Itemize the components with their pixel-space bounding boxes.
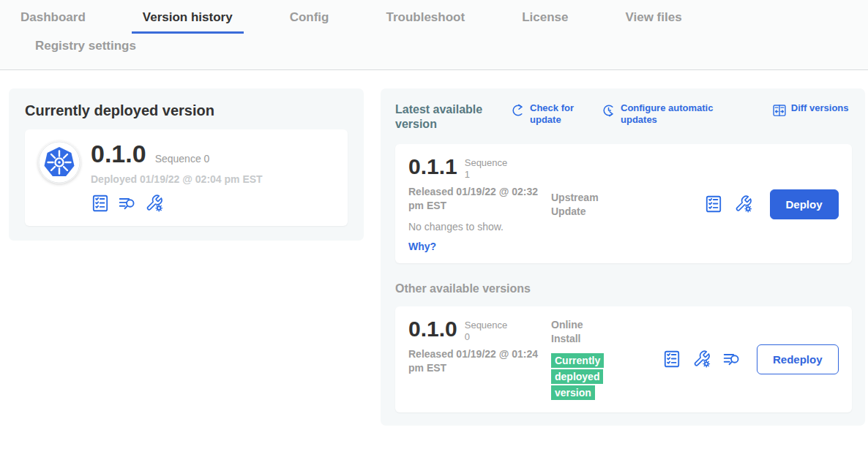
preflight-checks-icon[interactable] xyxy=(91,194,110,213)
auto-update-icon xyxy=(602,103,616,118)
latest-released-timestamp: Released 01/19/22 @ 02:32 pm EST xyxy=(408,185,539,213)
tab-registry-settings[interactable]: Registry settings xyxy=(24,39,147,62)
view-deploy-logs-icon[interactable] xyxy=(722,350,741,369)
why-link[interactable]: Why? xyxy=(408,241,436,252)
upstream-update-label: Upstream Update xyxy=(551,191,613,219)
check-for-update-link[interactable]: Check for update xyxy=(511,102,583,127)
currently-deployed-title: Currently deployed version xyxy=(25,102,348,119)
main-nav: Dashboard Version history Config Trouble… xyxy=(0,0,868,70)
online-install-label: Online Install xyxy=(551,318,613,346)
view-deploy-logs-icon[interactable] xyxy=(118,194,137,213)
preflight-checks-icon[interactable] xyxy=(704,195,723,214)
latest-version-info: 0.1.1 Sequence 1 Released 01/19/22 @ 02:… xyxy=(408,156,551,253)
refresh-icon xyxy=(511,103,525,118)
no-changes-text: No changes to show. xyxy=(408,221,551,233)
currently-deployed-badge-wrap: Currently deployed version xyxy=(551,352,610,401)
deployed-sequence-label: Sequence 0 xyxy=(155,153,210,165)
currently-deployed-badge: Currently deployed version xyxy=(551,353,604,400)
edit-config-icon[interactable] xyxy=(734,195,753,214)
other-released-timestamp: Released 01/19/22 @ 01:24 pm EST xyxy=(408,347,539,375)
preflight-checks-icon[interactable] xyxy=(662,350,681,369)
redeploy-button[interactable]: Redeploy xyxy=(757,344,839,374)
tab-version-history[interactable]: Version history xyxy=(132,10,244,34)
currently-deployed-card: Currently deployed version 0.1.0 Sequenc… xyxy=(9,88,364,241)
nav-row-1: Dashboard Version history Config Trouble… xyxy=(0,10,868,34)
diff-icon xyxy=(772,103,787,118)
configure-automatic-updates-link[interactable]: Configure automatic updates xyxy=(602,102,716,127)
other-version-info: 0.1.0 Sequence 0 Released 01/19/22 @ 01:… xyxy=(408,318,551,401)
deployed-timestamp: Deployed 01/19/22 @ 02:04 pm EST xyxy=(91,173,263,185)
other-versions-title: Other available versions xyxy=(395,282,852,295)
nav-row-2: Registry settings xyxy=(0,39,868,62)
other-version-number: 0.1.0 xyxy=(408,318,457,340)
latest-sequence-label: Sequence 1 xyxy=(465,156,513,180)
configure-automatic-updates-label: Configure automatic updates xyxy=(621,102,716,127)
edit-config-icon[interactable] xyxy=(692,350,711,369)
deployed-icon-actions xyxy=(91,194,263,213)
other-version-actions: Redeploy xyxy=(662,344,839,374)
latest-available-title: Latest available version xyxy=(395,102,506,132)
deployed-version-info: 0.1.0 Sequence 0 Deployed 01/19/22 @ 02:… xyxy=(91,141,263,213)
other-version-source: Online Install Currently deployed versio… xyxy=(551,318,662,401)
latest-version-actions: Deploy xyxy=(704,189,839,219)
main-content: Currently deployed version 0.1.0 Sequenc… xyxy=(0,70,868,426)
diff-versions-link[interactable]: Diff versions xyxy=(772,102,849,118)
diff-versions-label: Diff versions xyxy=(791,102,849,114)
latest-version-number: 0.1.1 xyxy=(408,156,457,178)
tab-config[interactable]: Config xyxy=(279,10,340,34)
tab-dashboard[interactable]: Dashboard xyxy=(10,10,97,34)
tab-license[interactable]: License xyxy=(511,10,579,34)
tab-view-files[interactable]: View files xyxy=(614,10,692,34)
check-for-update-label: Check for update xyxy=(530,102,583,127)
latest-version-source: Upstream Update xyxy=(551,156,662,253)
other-sequence-label: Sequence 0 xyxy=(465,318,513,342)
tab-troubleshoot[interactable]: Troubleshoot xyxy=(375,10,476,34)
kubernetes-icon xyxy=(38,141,81,184)
latest-version-row: 0.1.1 Sequence 1 Released 01/19/22 @ 02:… xyxy=(395,144,852,263)
deployed-version-row: 0.1.0 Sequence 0 Deployed 01/19/22 @ 02:… xyxy=(25,129,348,226)
available-versions-header: Latest available version Check for updat… xyxy=(395,102,852,132)
available-versions-card: Latest available version Check for updat… xyxy=(381,88,865,426)
deploy-button[interactable]: Deploy xyxy=(770,189,839,219)
deployed-version-number: 0.1.0 xyxy=(91,141,146,166)
edit-config-icon[interactable] xyxy=(145,194,164,213)
other-version-row: 0.1.0 Sequence 0 Released 01/19/22 @ 01:… xyxy=(395,306,852,412)
